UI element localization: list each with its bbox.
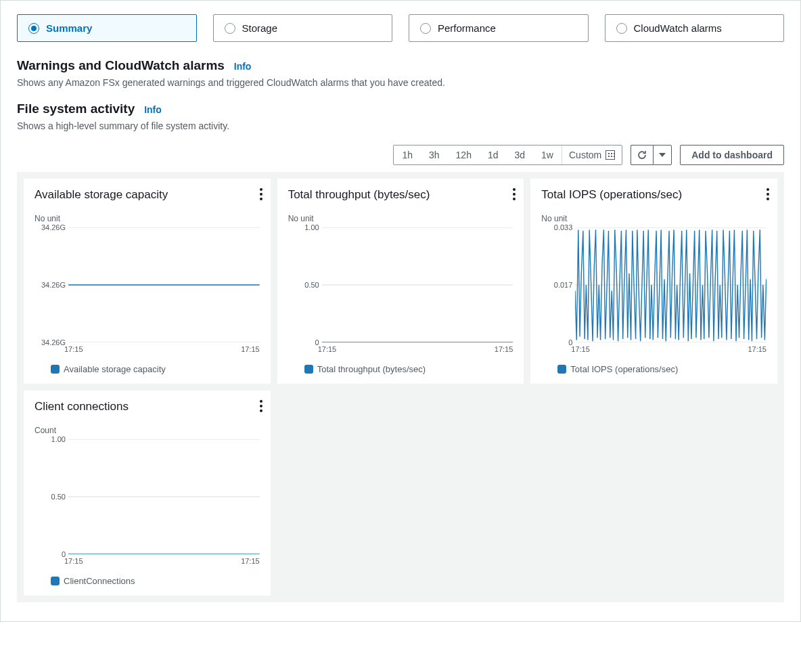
radio-icon bbox=[616, 23, 627, 34]
x-tick-label: 17:15 bbox=[64, 557, 83, 565]
warnings-info-link[interactable]: Info bbox=[234, 61, 252, 72]
refresh-icon bbox=[637, 150, 647, 160]
series-line bbox=[575, 229, 766, 341]
legend-label: Available storage capacity bbox=[64, 364, 166, 374]
calendar-icon bbox=[605, 150, 615, 160]
y-tick-label: 1.00 bbox=[304, 223, 319, 231]
chart-plot: 34.26G34.26G34.26G bbox=[39, 227, 260, 342]
y-axis-ticks: 1.000.500 bbox=[39, 439, 68, 554]
chart-legend: ClientConnections bbox=[51, 576, 260, 586]
tab-label: Summary bbox=[46, 22, 92, 34]
radio-icon bbox=[28, 23, 39, 34]
chart-svg bbox=[68, 227, 260, 342]
chart-card: Available storage capacityNo unit34.26G3… bbox=[24, 179, 271, 384]
chart-card: Total IOPS (operations/sec)No unit0.0330… bbox=[530, 179, 777, 384]
y-axis-ticks: 1.000.500 bbox=[292, 227, 322, 342]
y-tick-label: 0.033 bbox=[554, 223, 573, 231]
x-tick-label: 17:15 bbox=[64, 345, 83, 353]
legend-label: Total throughput (bytes/sec) bbox=[317, 364, 426, 374]
y-axis-ticks: 34.26G34.26G34.26G bbox=[39, 227, 68, 342]
x-tick-label: 17:15 bbox=[571, 345, 590, 353]
chart-plot: 0.0330.0170 bbox=[545, 227, 766, 342]
range-1w[interactable]: 1w bbox=[533, 145, 562, 164]
range-1d[interactable]: 1d bbox=[480, 145, 507, 164]
x-tick-label: 17:15 bbox=[748, 345, 766, 353]
chart-options-icon[interactable] bbox=[766, 188, 769, 200]
refresh-menu-button[interactable] bbox=[653, 145, 672, 165]
chart-plot: 1.000.500 bbox=[292, 227, 513, 342]
range-3d[interactable]: 3d bbox=[507, 145, 534, 164]
add-to-dashboard-button[interactable]: Add to dashboard bbox=[680, 145, 784, 165]
activity-title: File system activity bbox=[17, 102, 135, 116]
chart-svg bbox=[68, 439, 260, 554]
x-tick-label: 17:15 bbox=[318, 345, 337, 353]
time-range-group: 1h 3h 12h 1d 3d 1w Custom bbox=[393, 145, 622, 165]
tab-label: Storage bbox=[242, 22, 278, 34]
y-tick-label: 34.26G bbox=[41, 281, 66, 289]
y-axis-ticks: 0.0330.0170 bbox=[545, 227, 575, 342]
range-12h[interactable]: 12h bbox=[448, 145, 480, 164]
x-tick-label: 17:15 bbox=[241, 345, 260, 353]
chart-y-unit: No unit bbox=[35, 214, 260, 223]
chevron-down-icon bbox=[659, 153, 666, 157]
tab-cloudwatch-alarms[interactable]: CloudWatch alarms bbox=[605, 14, 785, 42]
x-axis-ticks: 17:1517:15 bbox=[64, 342, 260, 353]
y-tick-label: 0.017 bbox=[554, 281, 573, 289]
refresh-button[interactable] bbox=[631, 145, 653, 165]
legend-label: Total IOPS (operations/sec) bbox=[570, 364, 678, 374]
x-axis-ticks: 17:1517:15 bbox=[64, 554, 260, 565]
warnings-title: Warnings and CloudWatch alarms bbox=[17, 58, 225, 73]
chart-y-unit: No unit bbox=[541, 214, 766, 223]
warnings-desc: Shows any Amazon FSx generated warnings … bbox=[17, 77, 784, 88]
y-tick-label: 34.26G bbox=[41, 338, 66, 346]
range-3h[interactable]: 3h bbox=[421, 145, 448, 164]
y-tick-label: 34.26G bbox=[41, 223, 66, 231]
legend-swatch-icon bbox=[557, 365, 566, 374]
x-axis-ticks: 17:1517:15 bbox=[571, 342, 766, 353]
chart-options-icon[interactable] bbox=[260, 188, 262, 200]
chart-title: Client connections bbox=[35, 400, 260, 413]
tab-label: CloudWatch alarms bbox=[634, 22, 722, 34]
radio-icon bbox=[225, 23, 235, 34]
range-custom[interactable]: Custom bbox=[562, 145, 622, 164]
legend-label: ClientConnections bbox=[64, 576, 135, 586]
x-tick-label: 17:15 bbox=[241, 557, 260, 565]
chart-card: Total throughput (bytes/sec)No unit1.000… bbox=[277, 179, 524, 384]
chart-options-icon[interactable] bbox=[260, 400, 262, 412]
chart-options-icon[interactable] bbox=[513, 188, 516, 200]
radio-icon bbox=[420, 23, 431, 34]
chart-plot: 1.000.500 bbox=[39, 439, 260, 554]
legend-swatch-icon bbox=[51, 577, 60, 585]
y-tick-label: 0 bbox=[568, 338, 572, 346]
chart-title: Available storage capacity bbox=[35, 188, 260, 202]
chart-svg bbox=[575, 227, 766, 342]
y-tick-label: 0.50 bbox=[51, 493, 66, 501]
tab-storage[interactable]: Storage bbox=[213, 14, 393, 42]
refresh-split-button bbox=[631, 145, 672, 165]
x-tick-label: 17:15 bbox=[495, 345, 513, 353]
activity-info-link[interactable]: Info bbox=[144, 104, 162, 115]
chart-title: Total IOPS (operations/sec) bbox=[541, 188, 766, 202]
y-tick-label: 1.00 bbox=[51, 435, 66, 443]
tab-summary[interactable]: Summary bbox=[17, 14, 197, 42]
chart-toolbar: 1h 3h 12h 1d 3d 1w Custom Add to dashboa… bbox=[17, 145, 784, 165]
y-tick-label: 0.50 bbox=[304, 281, 319, 289]
activity-desc: Shows a high-level summary of file syste… bbox=[17, 120, 784, 131]
tab-label: Performance bbox=[438, 22, 496, 34]
legend-swatch-icon bbox=[51, 365, 60, 374]
y-tick-label: 0 bbox=[62, 550, 66, 558]
chart-title: Total throughput (bytes/sec) bbox=[288, 188, 513, 202]
charts-area: Available storage capacityNo unit34.26G3… bbox=[17, 172, 784, 602]
y-tick-label: 0 bbox=[315, 338, 319, 346]
chart-svg bbox=[322, 227, 513, 342]
x-axis-ticks: 17:1517:15 bbox=[318, 342, 513, 353]
chart-legend: Total IOPS (operations/sec) bbox=[557, 364, 766, 374]
legend-swatch-icon bbox=[304, 365, 313, 374]
chart-legend: Total throughput (bytes/sec) bbox=[304, 364, 513, 374]
tab-performance[interactable]: Performance bbox=[409, 14, 589, 42]
view-tabs: Summary Storage Performance CloudWatch a… bbox=[17, 14, 784, 42]
chart-y-unit: Count bbox=[35, 426, 260, 435]
chart-y-unit: No unit bbox=[288, 214, 513, 223]
chart-legend: Available storage capacity bbox=[51, 364, 260, 374]
range-1h[interactable]: 1h bbox=[394, 145, 421, 164]
